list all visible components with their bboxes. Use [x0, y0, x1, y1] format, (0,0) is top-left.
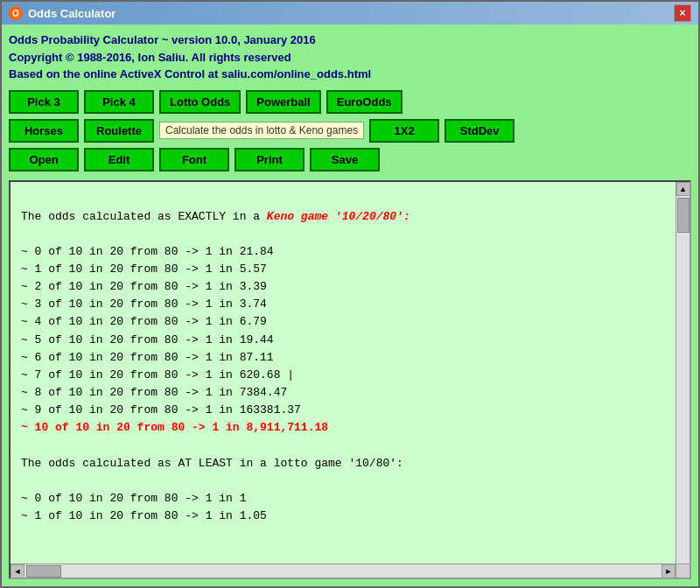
vertical-scrollbar[interactable]: ▲ ▼ [676, 182, 690, 578]
print-button[interactable]: Print [234, 148, 304, 172]
app-body: Odds Probability Calculator ~ version 10… [2, 24, 698, 586]
output-line: ~ 7 of 10 in 20 from 80 -> 1 in 620.68 | [21, 367, 665, 384]
output-line [21, 191, 665, 208]
pick4-button[interactable]: Pick 4 [84, 90, 154, 114]
output-line: ~ 4 of 10 in 20 from 80 -> 1 in 6.79 [21, 313, 665, 331]
output-line: ~ 1 of 10 in 20 from 80 -> 1 in 5.57 [21, 261, 665, 278]
output-line: ~ 0 of 10 in 20 from 80 -> 1 in 1 [21, 490, 665, 508]
header-line3: Based on the online ActiveX Control at s… [9, 66, 691, 83]
title-bar: O Odds Calculator × [2, 2, 698, 24]
output-line: ~ 9 of 10 in 20 from 80 -> 1 in 163381.3… [21, 402, 665, 419]
output-line [21, 437, 665, 454]
pick3-button[interactable]: Pick 3 [9, 90, 79, 114]
horses-button[interactable]: Horses [9, 119, 79, 143]
output-line: ~ 0 of 10 in 20 from 80 -> 1 in 21.84 [21, 243, 665, 261]
open-button[interactable]: Open [9, 148, 79, 172]
output-line: ~ 1 of 10 in 20 from 80 -> 1 in 1.05 [21, 508, 665, 525]
output-line: ~ 5 of 10 in 20 from 80 -> 1 in 19.44 [21, 332, 665, 349]
scrollbar-corner [676, 564, 690, 578]
button-row-1: Pick 3 Pick 4 Lotto Odds Powerball EuroO… [9, 90, 691, 114]
title-bar-left: O Odds Calculator [9, 6, 116, 20]
header-line2: Copyright © 1988-2016, Ion Saliu. All ri… [9, 49, 691, 66]
stddev-button[interactable]: StdDev [444, 119, 514, 143]
scroll-thumb-h[interactable] [26, 565, 61, 578]
horizontal-scrollbar[interactable]: ◄ ► [10, 564, 676, 578]
powerball-button[interactable]: Powerball [246, 90, 320, 114]
content-area: The odds calculated as EXACTLY in a Keno… [9, 180, 691, 580]
main-window: O Odds Calculator × Odds Probability Cal… [0, 0, 700, 588]
output-line [21, 472, 665, 490]
euro-odds-button[interactable]: EuroOdds [326, 90, 402, 114]
scroll-track-v[interactable] [676, 196, 690, 564]
button-row-3: Open Edit Font Print Save [9, 148, 691, 172]
header-line1: Odds Probability Calculator ~ version 10… [9, 32, 691, 49]
edit-button[interactable]: Edit [84, 148, 154, 172]
save-button[interactable]: Save [310, 148, 380, 172]
close-button[interactable]: × [674, 4, 691, 22]
output-line: ~ 6 of 10 in 20 from 80 -> 1 in 87.11 [21, 349, 665, 367]
1x2-button[interactable]: 1X2 [369, 119, 439, 143]
app-icon: O [9, 6, 23, 20]
output-line: ~ 2 of 10 in 20 from 80 -> 1 in 3.39 [21, 278, 665, 296]
button-row-2: Horses Roulette Calculate the odds in lo… [9, 119, 691, 143]
output-line: ~ 10 of 10 in 20 from 80 -> 1 in 8,911,7… [21, 419, 665, 437]
scroll-left-button[interactable]: ◄ [10, 564, 24, 578]
output-line: The odds calculated as AT LEAST in a lot… [21, 455, 665, 472]
window-title: Odds Calculator [28, 7, 116, 20]
output-line: The odds calculated as EXACTLY in a Keno… [21, 208, 665, 226]
output-line: ~ 8 of 10 in 20 from 80 -> 1 in 7384.47 [21, 384, 665, 402]
header-text: Odds Probability Calculator ~ version 10… [9, 32, 691, 83]
scroll-right-button[interactable]: ► [662, 564, 676, 578]
text-output[interactable]: The odds calculated as EXACTLY in a Keno… [10, 182, 676, 578]
output-line: ~ 3 of 10 in 20 from 80 -> 1 in 3.74 [21, 296, 665, 313]
font-button[interactable]: Font [159, 148, 229, 172]
scroll-up-button[interactable]: ▲ [676, 182, 690, 196]
tooltip-label: Calculate the odds in lotto & Keno games [159, 122, 364, 139]
scroll-track-h[interactable] [24, 564, 662, 578]
roulette-button[interactable]: Roulette [84, 119, 154, 143]
output-line [21, 226, 665, 243]
lotto-odds-button[interactable]: Lotto Odds [159, 90, 241, 114]
scroll-thumb-v[interactable] [677, 198, 690, 233]
